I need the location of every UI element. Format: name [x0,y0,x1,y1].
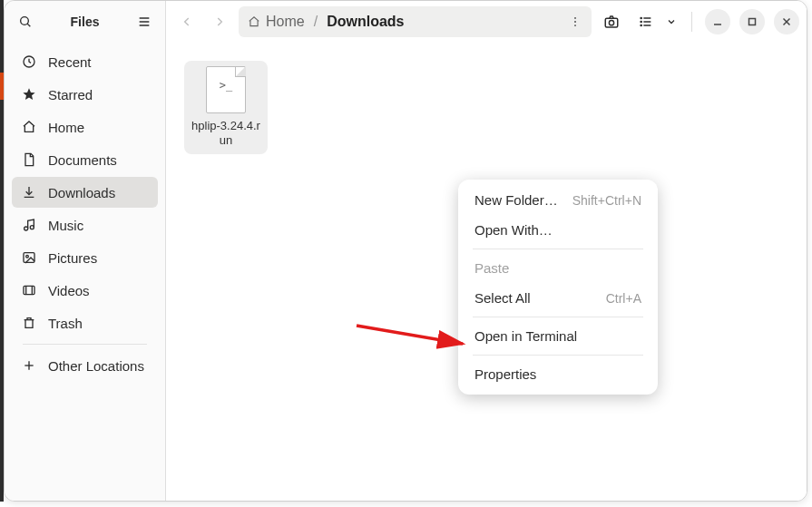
sidebar-item-downloads[interactable]: Downloads [12,177,158,208]
clock-icon [21,54,37,70]
cm-open-with[interactable]: Open With… [464,215,652,245]
svg-rect-28 [749,19,756,25]
close-button[interactable] [774,9,799,34]
sidebar-item-label: Downloads [48,185,115,200]
cm-separator [473,317,643,317]
path-separator: / [310,14,321,30]
topbar-divider [691,12,692,32]
path-segment-label: Home [266,14,305,30]
cm-label: Properties [474,366,536,382]
screenshot-button[interactable] [597,7,626,36]
cm-separator [473,249,643,249]
list-view-button[interactable] [631,7,660,36]
files-window: Files Recent Starred Home Documents [4,0,807,502]
chevron-right-icon [213,15,226,28]
cm-separator [473,355,643,356]
view-mode-group [631,7,682,36]
cm-open-in-terminal[interactable]: Open in Terminal [464,321,652,351]
chevron-down-icon [666,16,677,27]
sidebar-item-music[interactable]: Music [12,210,158,240]
sidebar-item-videos[interactable]: Videos [12,275,158,306]
home-icon [248,15,260,28]
music-icon [21,217,37,233]
list-icon [639,15,653,29]
sidebar-item-label: Videos [48,283,90,298]
topbar: Home / Downloads [166,1,807,43]
svg-point-10 [26,255,29,258]
svg-point-0 [21,17,29,25]
svg-rect-9 [24,253,34,263]
sidebar-item-label: Home [48,120,84,135]
home-icon [21,119,37,135]
svg-rect-19 [605,18,618,27]
hamburger-button[interactable] [131,8,158,35]
sidebar-item-trash[interactable]: Trash [12,307,158,338]
svg-point-17 [574,21,576,23]
cm-properties[interactable]: Properties [464,359,652,389]
sidebar-header: Files [5,1,165,43]
svg-point-26 [641,24,641,25]
cm-select-all[interactable]: Select All Ctrl+A [464,283,652,313]
cm-shortcut: Shift+Ctrl+N [572,193,641,208]
back-button[interactable] [173,8,201,35]
app-title: Files [46,15,123,29]
cm-label: Open With… [474,222,553,238]
sidebar-list: Recent Starred Home Documents Downloads … [5,43,165,501]
file-label: hplip-3.24.4.run [190,119,262,149]
context-menu: New Folder… Shift+Ctrl+N Open With… Past… [458,180,658,395]
sidebar-item-starred[interactable]: Starred [12,79,158,110]
sidebar-item-label: Starred [48,87,93,102]
maximize-icon [748,17,757,26]
sidebar-item-label: Recent [48,54,92,70]
svg-point-20 [609,21,613,25]
path-downloads[interactable]: Downloads [327,14,404,30]
svg-marker-6 [23,88,34,100]
sidebar-item-recent[interactable]: Recent [12,46,158,77]
documents-icon [21,151,37,168]
script-file-icon: >_ [206,66,246,113]
sidebar-item-documents[interactable]: Documents [12,144,158,175]
cm-paste: Paste [464,253,652,283]
cm-label: Select All [474,290,531,306]
cm-label: Paste [474,260,509,276]
path-home[interactable]: Home [248,14,305,30]
star-icon [21,86,37,102]
pathbar: Home / Downloads [239,6,592,37]
cm-new-folder[interactable]: New Folder… Shift+Ctrl+N [464,185,652,215]
sidebar-item-home[interactable]: Home [12,112,158,142]
maximize-button[interactable] [739,9,765,34]
view-dropdown-button[interactable] [660,7,682,36]
sidebar-item-other-locations[interactable]: Other Locations [12,350,158,381]
minimize-button[interactable] [705,9,730,34]
cm-label: New Folder… [474,192,558,208]
svg-rect-11 [24,286,34,294]
plus-icon [21,357,37,374]
pathbar-menu-button[interactable] [564,11,586,33]
svg-point-25 [641,21,641,22]
sidebar: Files Recent Starred Home Documents [5,1,166,501]
download-icon [21,184,37,200]
trash-icon [21,315,37,331]
sidebar-item-label: Trash [48,316,83,331]
minimize-icon [713,17,722,26]
svg-point-18 [574,24,576,26]
svg-point-24 [641,17,641,18]
path-segment-label: Downloads [327,14,404,30]
search-icon [18,15,33,29]
search-button[interactable] [12,8,39,35]
sidebar-item-label: Other Locations [48,358,144,374]
cm-label: Open in Terminal [474,328,577,344]
chevron-left-icon [181,15,193,28]
file-item[interactable]: >_ hplip-3.24.4.run [184,61,268,154]
pictures-icon [21,249,37,266]
cm-shortcut: Ctrl+A [606,291,641,306]
sidebar-item-pictures[interactable]: Pictures [12,242,158,273]
sidebar-separator [23,344,147,345]
forward-button[interactable] [206,8,233,35]
sidebar-item-label: Pictures [48,250,97,266]
svg-point-16 [574,17,576,19]
sidebar-item-label: Documents [48,152,117,168]
svg-line-1 [27,24,30,26]
camera-icon [603,14,620,30]
videos-icon [21,282,37,298]
